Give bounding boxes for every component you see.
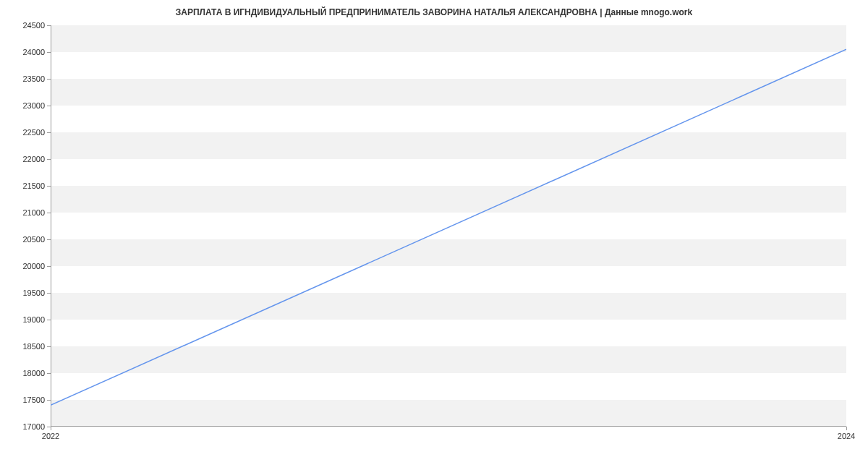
x-tick-mark (846, 427, 847, 430)
y-tick-label: 21000 (9, 208, 45, 217)
chart-title: ЗАРПЛАТА В ИГНДИВИДУАЛЬНЫЙ ПРЕДПРИНИМАТЕ… (0, 0, 868, 25)
y-tick-label: 24500 (9, 21, 45, 30)
y-tick-label: 20000 (9, 262, 45, 270)
y-tick-label: 19000 (9, 315, 45, 324)
y-tick-label: 23000 (9, 101, 45, 110)
y-tick-label: 23500 (9, 74, 45, 83)
x-tick-label: 2022 (42, 432, 59, 440)
data-line (51, 49, 846, 405)
y-tick-label: 22000 (9, 155, 45, 163)
y-tick-label: 24000 (9, 48, 45, 56)
y-tick-label: 17000 (9, 422, 45, 431)
y-tick-label: 18500 (9, 342, 45, 351)
x-tick-label: 2024 (838, 432, 855, 440)
y-tick-label: 17500 (9, 396, 45, 404)
chart-container (51, 25, 846, 427)
y-tick-label: 20500 (9, 235, 45, 244)
line-chart-svg (51, 25, 846, 427)
x-tick-mark (51, 427, 51, 430)
y-tick-label: 22500 (9, 128, 45, 137)
plot-area (51, 25, 846, 427)
y-tick-label: 19500 (9, 289, 45, 297)
y-tick-label: 18000 (9, 369, 45, 377)
y-tick-label: 21500 (9, 181, 45, 190)
